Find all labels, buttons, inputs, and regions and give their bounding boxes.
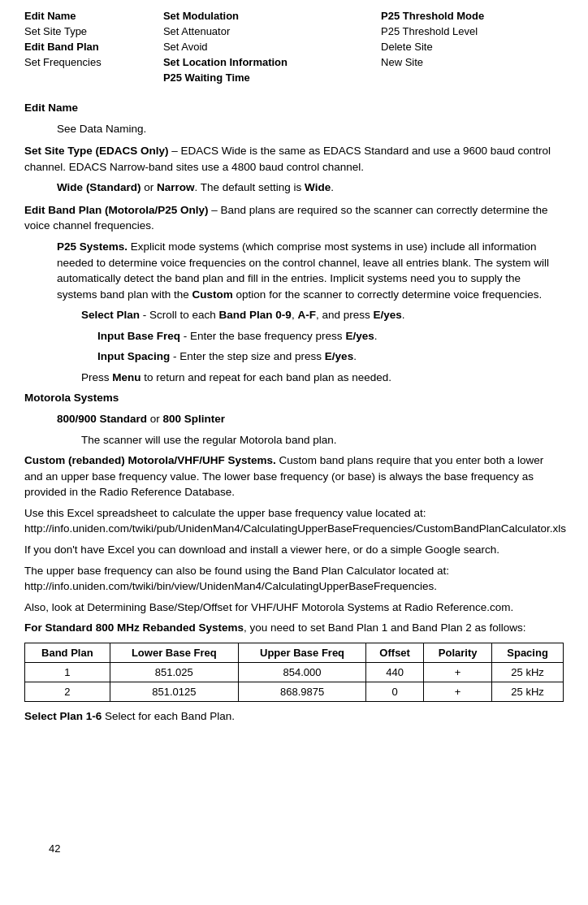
para3-text: The upper base frequency can also be fou… xyxy=(24,565,449,593)
col-polarity: Polarity xyxy=(424,643,492,662)
para2-text: If you don't have Excel you can download… xyxy=(24,543,499,556)
nav-set-modulation[interactable]: Set Modulation xyxy=(163,10,239,22)
input-base-eyes: E/yes xyxy=(345,330,374,342)
band-plan-table: Band Plan Lower Base Freq Upper Base Fre… xyxy=(24,643,564,702)
800-900-standard: 800/900 Standard xyxy=(57,413,147,425)
wide-standard-label: Wide (Standard) xyxy=(57,181,141,193)
nav-p25-threshold-level[interactable]: P25 Threshold Level xyxy=(381,25,478,37)
800-splinter: 800 Splinter xyxy=(163,413,226,425)
input-spacing-eyes: E/yes xyxy=(325,350,353,362)
table-cell: 854.000 xyxy=(238,662,365,682)
input-spacing-body: - Enter the step size and press xyxy=(170,350,325,362)
motorola-systems-title: Motorola Systems xyxy=(24,392,119,404)
select-plan-1-6-label: Select Plan 1-6 xyxy=(24,710,102,722)
nav-set-location-info[interactable]: Set Location Information xyxy=(163,56,288,68)
press-menu-label: Menu xyxy=(112,371,141,383)
wide2-label: Wide xyxy=(305,181,331,193)
table-cell: + xyxy=(424,662,492,682)
col-spacing: Spacing xyxy=(492,643,564,662)
edit-name-body: See Data Naming. xyxy=(57,123,146,135)
nav-edit-name[interactable]: Edit Name xyxy=(24,10,76,22)
motorola-body: The scanner will use the regular Motorol… xyxy=(81,434,336,446)
custom-rebanded-label: Custom (rebanded) Motorola/VHF/UHF Syste… xyxy=(24,454,276,466)
nav-set-attenuator[interactable]: Set Attenuator xyxy=(163,25,230,37)
motorola-or: or xyxy=(147,413,163,425)
select-plan-eyes: E/yes xyxy=(373,309,401,321)
a-f-label: A-F xyxy=(297,309,316,321)
input-spacing-end: . xyxy=(353,350,357,362)
table-cell: 2 xyxy=(25,682,110,701)
para1-text: Use this Excel spreadsheet to calculate … xyxy=(24,507,566,535)
select-plan-1-6-body: Select for each Band Plan. xyxy=(102,710,235,722)
select-plan-body2: , and press xyxy=(316,309,374,321)
table-cell: 0 xyxy=(366,682,424,701)
p25-custom-label: Custom xyxy=(192,288,233,301)
select-plan-end: . xyxy=(402,309,405,321)
input-base-body: - Enter the base frequency press xyxy=(180,330,345,342)
table-row: 2851.0125868.98750+25 kHz xyxy=(25,682,564,701)
para4-text: Also, look at Determining Base/Step/Offs… xyxy=(24,601,513,613)
nav-set-avoid[interactable]: Set Avoid xyxy=(163,41,208,53)
nav-edit-band-plan[interactable]: Edit Band Plan xyxy=(24,41,99,53)
col-lower-base: Lower Base Freq xyxy=(110,643,238,662)
table-cell: 25 kHz xyxy=(492,662,564,682)
table-cell: 440 xyxy=(366,662,424,682)
set-site-type-rest: . The default setting is xyxy=(194,181,305,193)
input-base-end: . xyxy=(374,330,378,342)
input-spacing-label: Input Spacing xyxy=(97,350,170,362)
table-cell: 868.9875 xyxy=(238,682,365,701)
set-site-type-title: Set Site Type (EDACS Only) xyxy=(24,145,169,157)
table-cell: + xyxy=(424,682,492,701)
edit-band-plan-section: Edit Band Plan (Motorola/P25 Only) – Ban… xyxy=(24,202,564,725)
select-plan-body1: - Scroll to each xyxy=(140,309,219,321)
set-site-type-section: Set Site Type (EDACS Only) – EDACS Wide … xyxy=(24,143,564,196)
set-site-type-or: or xyxy=(141,181,157,193)
col-offset: Offset xyxy=(366,643,424,662)
edit-band-plan-title: Edit Band Plan (Motorola/P25 Only) xyxy=(24,204,209,216)
table-cell: 851.025 xyxy=(110,662,238,682)
nav-table: Edit Name Set Modulation P25 Threshold M… xyxy=(24,8,564,85)
table-cell: 25 kHz xyxy=(492,682,564,701)
p25-systems-label: P25 Systems. xyxy=(57,240,128,253)
col-upper-base: Upper Base Freq xyxy=(238,643,365,662)
col-band-plan: Band Plan xyxy=(25,643,110,662)
band-plan-0-9: Band Plan 0-9 xyxy=(219,309,292,321)
press-menu-body: to return and repeat for each band plan … xyxy=(141,371,391,383)
select-plan-label: Select Plan xyxy=(81,309,140,321)
edit-name-title: Edit Name xyxy=(24,102,78,114)
nav-set-frequencies[interactable]: Set Frequencies xyxy=(24,56,102,68)
set-site-type-end: . xyxy=(331,181,334,193)
nav-new-site[interactable]: New Site xyxy=(381,56,423,68)
page-number: 42 xyxy=(49,842,60,855)
edit-name-section: Edit Name See Data Naming. xyxy=(24,100,564,136)
table-row: 1851.025854.000440+25 kHz xyxy=(25,662,564,682)
nav-delete-site[interactable]: Delete Site xyxy=(381,41,433,53)
p25-systems-body2: option for the scanner to correctly dete… xyxy=(233,288,542,301)
table-cell: 851.0125 xyxy=(110,682,238,701)
standard-800-body: , you need to set Band Plan 1 and Band P… xyxy=(244,621,526,634)
standard-800-label: For Standard 800 MHz Rebanded Systems xyxy=(24,621,244,634)
nav-p25-waiting-time[interactable]: P25 Waiting Time xyxy=(163,71,250,84)
narrow-label: Narrow xyxy=(157,181,195,193)
nav-set-site-type[interactable]: Set Site Type xyxy=(24,25,87,37)
table-cell: 1 xyxy=(25,662,110,682)
input-base-freq-label: Input Base Freq xyxy=(97,330,180,342)
nav-p25-threshold-mode[interactable]: P25 Threshold Mode xyxy=(381,10,484,22)
